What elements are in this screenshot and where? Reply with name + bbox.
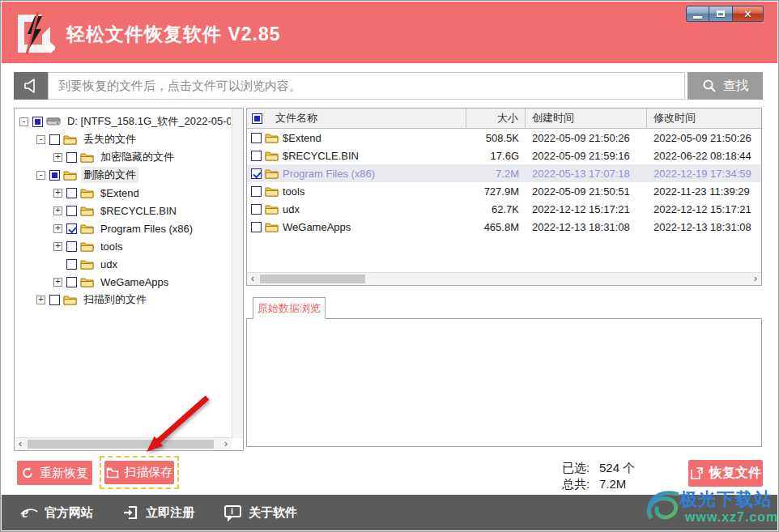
tree-item[interactable]: + Program Files (x86) [16,219,231,237]
table-scrollbar-thumb[interactable] [260,275,365,283]
checkbox[interactable] [66,277,77,287]
checkbox[interactable] [251,204,262,215]
folder-icon [265,133,279,143]
file-modified: 2022-12-19 17:34:59 [647,168,761,180]
maximize-button[interactable] [709,6,733,22]
table-row[interactable]: Program Files (x86)7.2M2022-05-13 17:07:… [247,164,761,182]
checkbox[interactable] [251,133,262,143]
minimize-button[interactable] [686,6,709,22]
footer-link[interactable]: i 关于软件 [223,504,297,521]
tree-item[interactable]: + $RECYCLE.BIN [16,202,231,219]
file-modified: 2022-12-12 15:17:21 [647,203,761,215]
checkbox[interactable] [251,168,262,179]
close-button[interactable]: ✕ [733,6,764,22]
table-row[interactable]: WeGameApps465.8M2022-12-13 18:31:082022-… [247,218,761,236]
hint-message: 到要恢复的文件后，点击文件可以浏览内容。 [58,79,301,94]
expand-icon[interactable]: + [53,153,62,162]
file-name: WeGameApps [283,221,351,233]
table-row[interactable]: $Extend508.5K2022-05-09 21:50:262022-05-… [247,129,761,147]
header-modified[interactable]: 修改时间 [647,109,761,128]
rescan-button[interactable]: 重新恢复 [17,461,92,485]
checkbox[interactable] [251,186,262,197]
expand-icon[interactable]: + [53,278,62,287]
file-table-body: $Extend508.5K2022-05-09 21:50:262022-05-… [247,129,761,236]
tree-item[interactable]: + $Extend [16,184,231,202]
header-name[interactable]: 文件名称 [247,109,466,128]
expand-icon[interactable]: + [53,242,62,251]
footer-link[interactable]: e 官方网站 [19,504,93,521]
folder-icon [265,222,279,232]
header-created[interactable]: 创建时间 [526,109,647,128]
recover-files-button[interactable]: 恢复文件 [688,460,763,487]
expand-icon[interactable]: + [53,224,62,233]
table-row[interactable]: tools727.9M2022-05-09 21:50:512022-11-23… [247,182,761,200]
header-size[interactable]: 大小 [466,109,526,128]
tree-item[interactable]: + 加密隐藏的文件 [16,148,231,166]
checkbox[interactable] [32,117,43,127]
checkbox[interactable] [66,152,77,163]
rescan-button-label: 重新恢复 [40,466,88,481]
collapse-icon[interactable]: - [19,117,28,126]
file-modified: 2022-06-22 08:18:44 [647,150,761,162]
find-button[interactable]: 查找 [687,72,763,100]
tree-item[interactable]: - 丢失的文件 [16,130,231,148]
save-scan-button[interactable]: 扫描保存 [104,461,174,484]
scroll-left-icon[interactable]: ‹ [15,438,26,449]
checkbox[interactable] [251,222,262,232]
scroll-right-icon[interactable]: › [220,438,232,449]
tree-item[interactable]: - D: [NTFS_158.1G_软件_2022-05-09 [16,113,231,130]
checkbox[interactable] [66,223,77,234]
tree-item[interactable]: + 扫描到的文件 [16,291,231,309]
expand-icon[interactable]: + [53,206,62,215]
file-modified: 2022-11-23 11:39:29 [647,185,761,198]
checkbox[interactable] [49,295,60,305]
file-modified: 2022-12-13 18:31:08 [647,221,761,233]
tree-item[interactable]: + tools [16,237,231,255]
tree-item[interactable]: + WeGameApps [16,273,231,291]
table-horizontal-scrollbar[interactable]: ‹ › [247,272,761,285]
expand-icon[interactable]: + [36,296,45,304]
file-size: 727.9M [466,185,526,198]
expand-icon[interactable]: + [53,189,62,198]
register-icon [122,504,140,521]
file-size: 17.6G [466,150,526,162]
collapse-icon[interactable]: - [36,135,45,144]
select-all-checkbox[interactable] [252,113,262,124]
footer-link[interactable]: 立即注册 [122,504,194,521]
tab-raw-data-preview[interactable]: 原始数据浏览 [253,297,326,319]
file-created: 2022-05-13 17:07:18 [526,168,647,180]
folder-icon [63,170,77,181]
table-row[interactable]: $RECYCLE.BIN17.6G2022-05-09 21:59:162022… [247,147,761,164]
tree-item-label: Program Files (x86) [98,222,195,236]
checkbox[interactable] [66,241,77,252]
checkbox[interactable] [66,259,77,270]
checkbox[interactable] [66,188,77,198]
collapse-icon[interactable]: - [36,171,45,180]
tree-item[interactable]: udx [16,255,231,273]
tree-vertical-scrollbar[interactable] [232,109,243,438]
folder-icon [265,168,279,179]
save-scan-button-label: 扫描保存 [125,465,173,480]
checkbox[interactable] [66,206,77,216]
selected-count-label: 已选: [562,460,599,476]
hint-message-box: 到要恢复的文件后，点击文件可以浏览内容。 [48,72,685,100]
file-table-panel: 文件名称 大小 创建时间 修改时间 $Extend508.5K2022-05-0… [246,108,762,286]
tree-item[interactable]: - 删除的文件 [16,166,231,184]
tree-horizontal-scrollbar[interactable]: ‹ › [15,437,232,450]
tree-item-label: $Extend [98,186,142,200]
table-row[interactable]: udx62.7K2022-12-12 15:17:212022-12-12 15… [247,200,761,218]
tree-scrollbar-thumb[interactable] [28,440,214,449]
checkbox[interactable] [49,134,60,145]
announcement-button[interactable] [14,72,48,100]
recover-files-button-label: 恢复文件 [709,465,761,482]
checkbox[interactable] [251,151,262,161]
footer-link-label: 立即注册 [146,505,194,521]
file-created: 2022-05-09 21:59:16 [526,150,647,162]
scroll-right-icon[interactable]: › [750,273,761,284]
checkbox[interactable] [49,170,60,181]
preview-content-area [246,318,762,447]
maximize-icon [717,11,725,17]
scroll-left-icon[interactable]: ‹ [247,273,258,284]
recover-file-icon [690,466,704,480]
file-size: 62.7K [466,203,526,215]
